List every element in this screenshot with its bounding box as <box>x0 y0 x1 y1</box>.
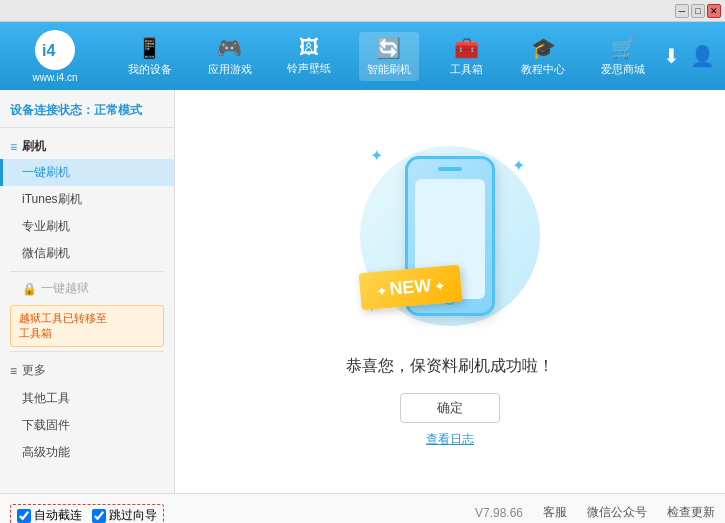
flash-section-label: 刷机 <box>22 138 46 155</box>
nav-store-label: 爱思商城 <box>601 62 645 77</box>
sparkle-1: ✦ <box>370 146 383 165</box>
sidebar-item-one-click[interactable]: 一键刷机 <box>0 159 174 186</box>
sparkle-2: ✦ <box>512 156 525 175</box>
wechat-button[interactable]: 微信公众号 <box>587 504 647 521</box>
warning-text: 越狱工具已转移至工具箱 <box>19 312 107 339</box>
auto-flash-label: 自动截连 <box>34 507 82 523</box>
version-text: V7.98.66 <box>475 506 523 520</box>
more-section-header: ≡ 更多 <box>0 356 174 385</box>
skip-wizard-input[interactable] <box>92 509 106 523</box>
lock-icon: 🔒 <box>22 282 37 296</box>
main-area: 设备连接状态：正常模式 ≡ 刷机 一键刷机 iTunes刷机 专业刷机 微信刷机… <box>0 90 725 493</box>
service-button[interactable]: 客服 <box>543 504 567 521</box>
advanced-label: 高级功能 <box>22 445 70 459</box>
sidebar-item-jailbreak: 🔒 一键越狱 <box>0 276 174 301</box>
sidebar-item-download-firmware[interactable]: 下载固件 <box>0 412 174 439</box>
checkboxes: 自动截连 跳过向导 <box>10 500 185 523</box>
nav-store[interactable]: 🛒 爱思商城 <box>593 32 653 81</box>
window-controls: ─ □ ✕ <box>675 4 721 18</box>
smart-flash-icon: 🔄 <box>376 36 401 60</box>
sidebar-divider-2 <box>10 351 164 352</box>
nav-apps[interactable]: 🎮 应用游戏 <box>200 32 260 81</box>
flash-section-icon: ≡ <box>10 140 17 154</box>
tools-icon: 🧰 <box>454 36 479 60</box>
maximize-button[interactable]: □ <box>691 4 705 18</box>
minimize-button[interactable]: ─ <box>675 4 689 18</box>
nav-my-device[interactable]: 📱 我的设备 <box>120 32 180 81</box>
sidebar-item-other-tools[interactable]: 其他工具 <box>0 385 174 412</box>
checkbox-highlight-box: 自动截连 跳过向导 <box>10 504 164 523</box>
content-area: ✦ ✦ ✦ NEW 恭喜您，保资料刷机成功啦！ 确定 查看日志 <box>175 90 725 493</box>
nav-my-device-label: 我的设备 <box>128 62 172 77</box>
nav-wallpaper[interactable]: 🖼 铃声壁纸 <box>279 32 339 80</box>
status-value: 正常模式 <box>94 103 142 117</box>
header: i4 www.i4.cn 📱 我的设备 🎮 应用游戏 🖼 铃声壁纸 🔄 智能刷机… <box>0 22 725 90</box>
user-button[interactable]: 👤 <box>690 44 715 68</box>
close-button[interactable]: ✕ <box>707 4 721 18</box>
more-icon: ≡ <box>10 364 17 378</box>
auto-flash-checkbox[interactable]: 自动截连 <box>17 507 82 523</box>
nav-tutorials-label: 教程中心 <box>521 62 565 77</box>
jailbreak-label: 一键越狱 <box>41 280 89 297</box>
sidebar-item-advanced[interactable]: 高级功能 <box>0 439 174 466</box>
nav-tools-label: 工具箱 <box>450 62 483 77</box>
store-icon: 🛒 <box>611 36 636 60</box>
my-device-icon: 📱 <box>137 36 162 60</box>
sidebar-item-wechat[interactable]: 微信刷机 <box>0 240 174 267</box>
logo-icon: i4 <box>35 30 75 70</box>
one-click-label: 一键刷机 <box>22 165 70 179</box>
auto-flash-input[interactable] <box>17 509 31 523</box>
confirm-button[interactable]: 确定 <box>400 393 500 423</box>
sidebar-divider-1 <box>10 271 164 272</box>
nav-wallpaper-label: 铃声壁纸 <box>287 61 331 76</box>
nav-apps-label: 应用游戏 <box>208 62 252 77</box>
skip-wizard-checkbox[interactable]: 跳过向导 <box>92 507 157 523</box>
phone-illustration: ✦ ✦ ✦ NEW <box>350 136 550 336</box>
nav-right: ⬇ 👤 <box>663 44 715 68</box>
wechat-label: 微信刷机 <box>22 246 70 260</box>
flash-section-header: ≡ 刷机 <box>0 134 174 159</box>
sidebar-item-pro[interactable]: 专业刷机 <box>0 213 174 240</box>
more-section-label: 更多 <box>22 362 46 379</box>
update-button[interactable]: 检查更新 <box>667 504 715 521</box>
wallpaper-icon: 🖼 <box>299 36 319 59</box>
sidebar-item-itunes[interactable]: iTunes刷机 <box>0 186 174 213</box>
warning-box: 越狱工具已转移至工具箱 <box>10 305 164 347</box>
status-label: 设备连接状态： <box>10 103 94 117</box>
view-log-link[interactable]: 查看日志 <box>426 431 474 448</box>
flash-section: ≡ 刷机 一键刷机 iTunes刷机 专业刷机 微信刷机 🔒 一键越狱 越狱工具… <box>0 134 174 347</box>
nav-tools[interactable]: 🧰 工具箱 <box>439 32 494 81</box>
nav-tutorials[interactable]: 🎓 教程中心 <box>513 32 573 81</box>
success-message: 恭喜您，保资料刷机成功啦！ <box>346 356 554 377</box>
itunes-label: iTunes刷机 <box>22 192 82 206</box>
logo: i4 www.i4.cn <box>10 30 100 83</box>
connection-status: 设备连接状态：正常模式 <box>0 98 174 128</box>
download-button[interactable]: ⬇ <box>663 44 680 68</box>
nav-smart-flash[interactable]: 🔄 智能刷机 <box>359 32 419 81</box>
logo-text: www.i4.cn <box>32 72 77 83</box>
download-firmware-label: 下载固件 <box>22 418 70 432</box>
tutorials-icon: 🎓 <box>531 36 556 60</box>
device-bar-left: 自动截连 跳过向导 📱 iPhone 12 mini 64GB Down-12m… <box>10 500 185 523</box>
nav-items: 📱 我的设备 🎮 应用游戏 🖼 铃声壁纸 🔄 智能刷机 🧰 工具箱 🎓 教程中心… <box>110 32 663 81</box>
device-bar-right: V7.98.66 客服 微信公众号 检查更新 <box>185 500 715 521</box>
device-bar: 自动截连 跳过向导 📱 iPhone 12 mini 64GB Down-12m… <box>0 493 725 523</box>
nav-smart-flash-label: 智能刷机 <box>367 62 411 77</box>
other-tools-label: 其他工具 <box>22 391 70 405</box>
title-bar: ─ □ ✕ <box>0 0 725 22</box>
apps-icon: 🎮 <box>217 36 242 60</box>
svg-text:i4: i4 <box>42 42 55 59</box>
more-section: ≡ 更多 其他工具 下载固件 高级功能 <box>0 356 174 466</box>
skip-wizard-label: 跳过向导 <box>109 507 157 523</box>
sidebar: 设备连接状态：正常模式 ≡ 刷机 一键刷机 iTunes刷机 专业刷机 微信刷机… <box>0 90 175 493</box>
pro-label: 专业刷机 <box>22 219 70 233</box>
